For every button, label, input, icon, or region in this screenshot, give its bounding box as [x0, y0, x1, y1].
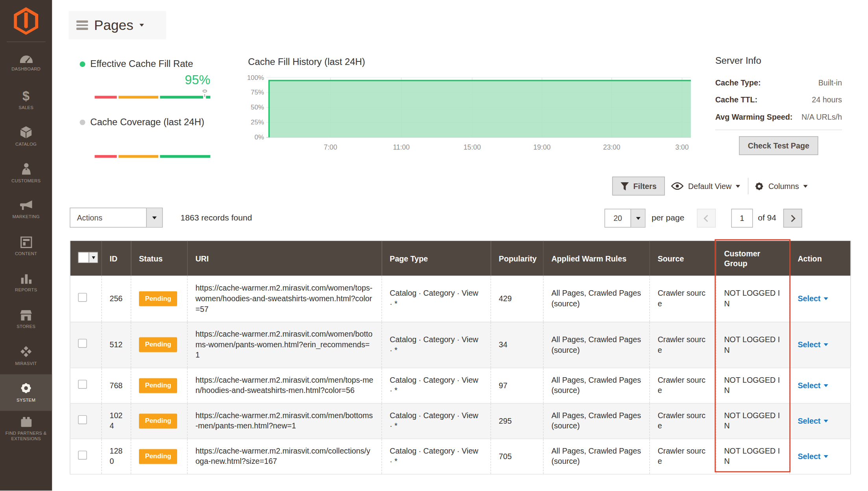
toolbar-divider [748, 178, 748, 194]
dropdown-caret [146, 208, 162, 227]
previous-page-button[interactable] [697, 209, 716, 228]
column-header-status[interactable]: Status [131, 241, 187, 276]
per-page-dropdown[interactable]: 20 [605, 209, 646, 228]
cell-popularity: 97 [491, 368, 544, 403]
table-row: 1280 Pending https://cache-warmer.m2.mir… [70, 439, 851, 474]
row-select-action[interactable]: Select [798, 380, 828, 391]
cell-uri: https://cache-warmer.m2.mirasvit.com/col… [187, 439, 382, 474]
column-header-id[interactable]: ID [102, 241, 131, 276]
sidebar-item-marketing[interactable]: MARKETING [0, 192, 52, 228]
fill-rate-gauge[interactable] [94, 96, 210, 98]
table-row: 256 Pending https://cache-warmer.m2.mira… [70, 276, 851, 322]
cell-page-type: Catalog · Category · View · * [382, 276, 491, 322]
next-page-button[interactable] [783, 209, 802, 228]
svg-text:23:00: 23:00 [603, 143, 620, 151]
svg-text:0%: 0% [254, 133, 264, 141]
extensions-brick-icon [20, 417, 32, 427]
svg-text:19:00: 19:00 [533, 143, 551, 151]
chevron-down-icon [736, 185, 740, 187]
eye-icon [671, 182, 683, 190]
cell-warm-rules: All Pages, Crawled Pages (source) [543, 439, 650, 474]
cell-popularity: 705 [491, 439, 544, 474]
cell-uri: https://cache-warmer.m2.mirasvit.com/wom… [187, 322, 382, 368]
select-all-checkbox[interactable] [78, 252, 98, 263]
sidebar-item-mirasvit[interactable]: MIRASVIT [0, 338, 52, 374]
sidebar-item-customers[interactable]: CUSTOMERS [0, 155, 52, 192]
row-select-action[interactable]: Select [798, 293, 828, 304]
fill-rate-value: 95% [94, 72, 210, 87]
per-page-label: per page [651, 213, 684, 222]
server-info-panel: Server Info Cache Type: Built-in Cache T… [715, 56, 842, 155]
sidebar-item-reports[interactable]: REPORTS [0, 265, 52, 301]
row-checkbox[interactable] [78, 380, 87, 389]
chevron-down-icon [803, 185, 808, 187]
column-header-warm-rules[interactable]: Applied Warm Rules [543, 241, 650, 276]
sidebar-item-catalog[interactable]: CATALOG [0, 119, 52, 155]
cell-warm-rules: All Pages, Crawled Pages (source) [543, 276, 650, 322]
column-header-source[interactable]: Source [650, 241, 716, 276]
sidebar-item-system[interactable]: SYSTEM [0, 374, 52, 411]
chevron-left-icon [704, 215, 711, 222]
pages-grid: ID Status URI Page Type Popularity Appli… [70, 241, 851, 474]
cell-source: Crawler source [650, 276, 716, 322]
chevron-down-icon [89, 252, 98, 262]
svg-text:3:00: 3:00 [675, 143, 688, 151]
gauge-orange-segment [118, 96, 158, 98]
magento-logo[interactable] [0, 0, 52, 41]
status-badge: Pending [139, 337, 178, 352]
cell-page-type: Catalog · Category · View · * [382, 368, 491, 403]
column-header-action[interactable]: Action [790, 241, 851, 276]
check-test-page-button[interactable]: Check Test Page [739, 136, 818, 155]
column-header-popularity[interactable]: Popularity [491, 241, 544, 276]
row-select-action[interactable]: Select [798, 451, 828, 461]
coverage-gauge[interactable] [94, 155, 210, 158]
coverage-label: Cache Coverage (last 24H) [80, 117, 204, 128]
page-title-menu[interactable]: Pages [68, 11, 166, 39]
actions-dropdown[interactable]: Actions [70, 208, 163, 228]
cell-source: Crawler source [650, 403, 716, 439]
cell-warm-rules: All Pages, Crawled Pages (source) [543, 322, 650, 368]
current-page-input[interactable] [731, 209, 753, 228]
chevron-down-icon [139, 24, 144, 26]
cell-id: 1024 [102, 403, 131, 439]
sidebar-item-stores[interactable]: STORES [0, 301, 52, 338]
default-view-control[interactable]: Default View [671, 177, 740, 196]
green-dot-icon [80, 61, 85, 67]
cache-fill-history-chart: Cache Fill History (last 24H) 100% 75% 5… [247, 56, 696, 152]
area-series [269, 80, 691, 137]
gauge-green-segment [160, 96, 203, 98]
cell-popularity: 429 [491, 276, 544, 322]
sidebar-item-dashboard[interactable]: DASHBOARD [0, 45, 52, 82]
chart-plot: 100% 75% 50% 25% 0% 7:00 11:00 15:00 19:… [247, 73, 695, 152]
gauge-orange-segment [118, 155, 158, 158]
row-checkbox[interactable] [78, 293, 87, 302]
column-header-uri[interactable]: URI [187, 241, 382, 276]
row-checkbox[interactable] [78, 339, 87, 348]
cell-source: Crawler source [650, 368, 716, 403]
row-select-action[interactable]: Select [798, 415, 828, 426]
customers-person-icon [21, 163, 31, 175]
checkbox-icon [79, 252, 89, 262]
column-header-customer-group[interactable]: Customer Group [716, 241, 790, 276]
row-select-action[interactable]: Select [798, 339, 828, 350]
sidebar-item-sales[interactable]: $ SALES [0, 82, 52, 119]
sidebar-item-find-partners[interactable]: FIND PARTNERS & EXTENSIONS [0, 411, 52, 447]
cell-page-type: Catalog · Category · View · * [382, 439, 491, 474]
row-checkbox[interactable] [78, 450, 87, 460]
svg-text:15:00: 15:00 [464, 143, 481, 151]
cell-customer-group: NOT LOGGED IN [716, 439, 790, 474]
gauge-green-stub [206, 96, 210, 98]
gauge-green-segment [160, 155, 210, 158]
filters-button[interactable]: Filters [612, 177, 665, 196]
gauge-pin-marker[interactable] [202, 90, 207, 93]
svg-text:100%: 100% [247, 74, 264, 82]
row-checkbox[interactable] [78, 415, 87, 424]
svg-text:7:00: 7:00 [324, 143, 337, 151]
columns-control[interactable]: Columns [755, 177, 808, 196]
cell-uri: https://cache-warmer.m2.mirasvit.com/men… [187, 368, 382, 403]
cell-customer-group: NOT LOGGED IN [716, 403, 790, 439]
sidebar-item-content[interactable]: CONTENT [0, 228, 52, 265]
sales-dollar-icon: $ [22, 90, 30, 102]
column-header-page-type[interactable]: Page Type [382, 241, 491, 276]
gray-dot-icon [80, 120, 85, 125]
